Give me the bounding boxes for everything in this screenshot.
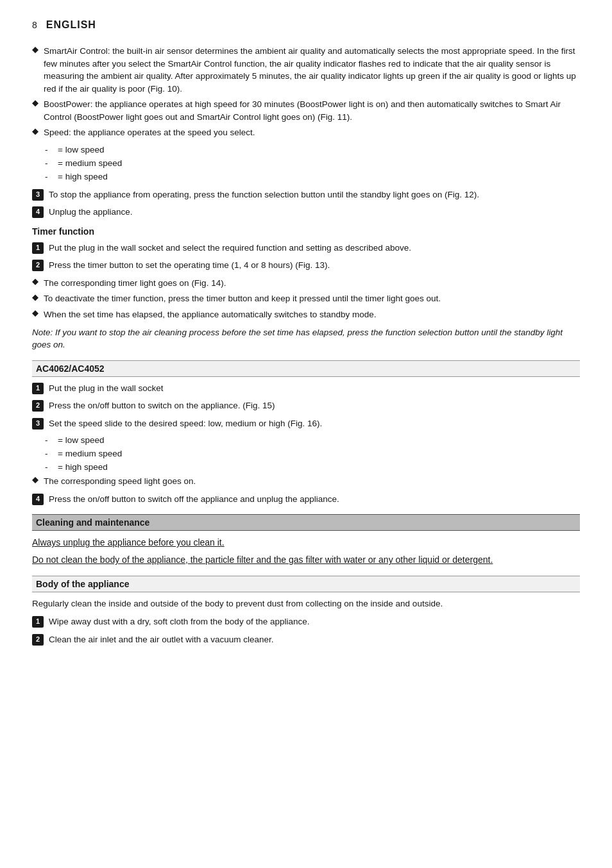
dash-icon: - <box>45 171 53 183</box>
step-badge: 3 <box>32 418 44 430</box>
list-item: SmartAir Control: the built-in air senso… <box>32 45 580 95</box>
step-badge: 2 <box>32 634 44 646</box>
timer-bullet-list: The corresponding timer light goes on (F… <box>32 277 580 321</box>
ac-steps: 1Put the plug in the wall socket2Press t… <box>32 382 580 430</box>
cleaning-underline2: Do not clean the body of the appliance, … <box>32 553 580 567</box>
step-item: 1Put the plug in the wall socket and sel… <box>32 242 580 255</box>
bullet-diamond-icon <box>32 310 38 317</box>
step-item: 1Wipe away dust with a dry, soft cloth f… <box>32 615 580 628</box>
timer-note: Note: If you want to stop the air cleani… <box>32 326 580 351</box>
bullet-list-features: SmartAir Control: the built-in air senso… <box>32 45 580 139</box>
list-item: To deactivate the timer function, press … <box>32 292 580 305</box>
bullet-diamond-icon <box>32 47 38 53</box>
list-item: -= medium speed <box>45 448 580 460</box>
cleaning-underline1: Always unplug the appliance before you c… <box>32 536 580 549</box>
bullet-diamond-icon <box>32 128 38 135</box>
list-item: -= low speed <box>45 144 580 156</box>
bullet-diamond-icon <box>32 294 38 301</box>
timer-steps: 1Put the plug in the wall socket and sel… <box>32 242 580 272</box>
step-badge: 3 <box>32 189 44 201</box>
page-number: 8 <box>32 20 37 30</box>
list-item: The corresponding timer light goes on (F… <box>32 277 580 290</box>
step-item: 1Put the plug in the wall socket <box>32 382 580 395</box>
dash-icon: - <box>45 144 53 156</box>
step-badge: 1 <box>32 616 44 628</box>
body-text: Regularly clean the inside and outside o… <box>32 597 580 610</box>
step-badge: 1 <box>32 383 44 394</box>
bullet-diamond-icon <box>32 477 38 483</box>
timer-bullets: The corresponding timer light goes on (F… <box>32 277 580 321</box>
step-badge: 1 <box>32 242 44 254</box>
page-title: ENGLISH <box>46 19 96 31</box>
speed-options: -= low speed-= medium speed-= high speed <box>32 144 580 183</box>
body-steps: 1Wipe away dust with a dry, soft cloth f… <box>32 615 580 646</box>
step-item: 3To stop the appliance from operating, p… <box>32 188 580 201</box>
dash-icon: - <box>45 435 53 447</box>
steps-section1: 3To stop the appliance from operating, p… <box>32 188 580 219</box>
list-item: -= high speed <box>45 462 580 474</box>
list-item: -= low speed <box>45 435 580 447</box>
step-item: 2Press the on/off button to switch on th… <box>32 399 580 412</box>
step-badge: 4 <box>32 206 44 218</box>
step-badge: 2 <box>32 400 44 412</box>
cleaning-heading: Cleaning and maintenance <box>32 514 580 531</box>
ac-bullet-item: The corresponding speed light goes on. <box>32 475 580 488</box>
page-header: 8 ENGLISH <box>32 19 580 31</box>
dash-icon: - <box>45 462 53 474</box>
bullet-diamond-icon <box>32 279 38 285</box>
ac-step4-container: 4 Press the on/off button to switch off … <box>32 493 580 506</box>
list-item: Speed: the appliance operates at the spe… <box>32 126 580 139</box>
list-item: -= high speed <box>45 171 580 183</box>
step-item: 2Press the timer button to set the opera… <box>32 259 580 272</box>
step-item: 2Clean the air inlet and the air outlet … <box>32 633 580 646</box>
ac-section-heading: AC4062/AC4052 <box>32 360 580 377</box>
body-heading: Body of the appliance <box>32 576 580 592</box>
bullet-diamond-icon <box>32 100 38 106</box>
ac-speed-options: -= low speed-= medium speed-= high speed… <box>32 435 580 487</box>
list-item: When the set time has elapsed, the appli… <box>32 308 580 321</box>
timer-heading: Timer function <box>32 226 580 237</box>
step-badge: 2 <box>32 260 44 271</box>
step-item: 4Unplug the appliance. <box>32 206 580 219</box>
ac-step4-badge: 4 <box>32 494 44 505</box>
dash-icon: - <box>45 448 53 460</box>
dash-icon: - <box>45 158 53 170</box>
list-item: -= medium speed <box>45 158 580 170</box>
ac-step4-text: Press the on/off button to switch off th… <box>49 493 339 506</box>
step-item: 3Set the speed slide to the desired spee… <box>32 417 580 430</box>
list-item: BoostPower: the appliance operates at hi… <box>32 98 580 123</box>
